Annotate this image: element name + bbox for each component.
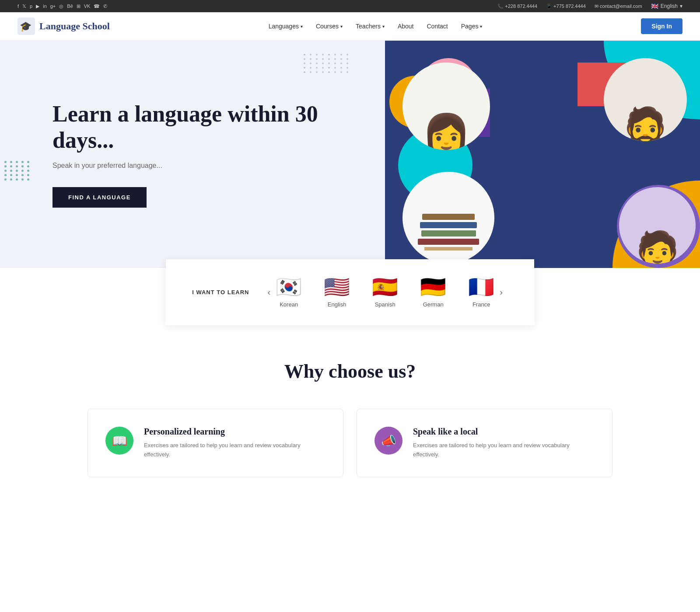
phone1: 📞 +228 872.4444 — [497, 3, 537, 9]
lang-dropdown-icon: ▾ — [680, 3, 682, 9]
korean-flag: 🇰🇷 — [276, 277, 302, 298]
lang-item-english[interactable]: 🇺🇸 English — [324, 277, 350, 308]
english-label: English — [328, 301, 346, 308]
english-flag: 🇺🇸 — [324, 277, 350, 298]
person-woman-circle: 👩 — [402, 63, 490, 150]
hero-visual: 👩 🧔 🧑 — [385, 41, 700, 268]
sign-in-button[interactable]: Sign In — [641, 18, 682, 34]
features-grid: 📖 Personalized learning Exercises are ta… — [88, 409, 612, 477]
feature-title-1: Personalized learning — [144, 427, 326, 437]
social-icons: f 𝕏 p ▶ in g+ ◎ Bē ⊞ VK ☎ ✆ — [18, 3, 107, 9]
hero-dots-decoration: // Will render via JS below — [304, 54, 350, 73]
feature-icon-speak: 📣 — [374, 427, 402, 455]
find-language-button[interactable]: FIND A LANGUAGE — [52, 187, 147, 208]
nav-teachers[interactable]: Teachers — [356, 23, 385, 30]
nav-about[interactable]: About — [398, 23, 414, 30]
spanish-flag: 🇪🇸 — [372, 277, 398, 298]
ms-icon[interactable]: ⊞ — [77, 3, 80, 9]
behance-icon[interactable]: Bē — [67, 3, 73, 9]
header: 🎓 Language School Languages Courses Teac… — [0, 12, 700, 41]
book-icon: 📖 — [112, 434, 127, 448]
lang-item-german[interactable]: 🇩🇪 German — [420, 277, 446, 308]
hero-title: Learn a language within 30 days... — [52, 101, 350, 153]
feature-card-1: 📖 Personalized learning Exercises are ta… — [88, 409, 343, 477]
korean-label: Korean — [280, 301, 298, 308]
languages-bar: I WANT TO LEARN ‹ 🇰🇷 Korean 🇺🇸 English 🇪… — [166, 259, 534, 325]
nav-courses[interactable]: Courses — [316, 23, 343, 30]
german-label: German — [423, 301, 444, 308]
languages-list: 🇰🇷 Korean 🇺🇸 English 🇪🇸 Spanish 🇩🇪 Germa… — [276, 277, 494, 308]
lang-next-button[interactable]: › — [494, 284, 508, 301]
hero-section: // Will render via JS below Learn a lang… — [0, 41, 700, 268]
logo[interactable]: 🎓 Language School — [18, 17, 110, 35]
lang-item-france[interactable]: 🇫🇷 France — [468, 277, 494, 308]
feature-title-2: Speak like a local — [413, 427, 595, 437]
nav-pages[interactable]: Pages — [461, 23, 483, 30]
logo-icon: 🎓 — [18, 17, 35, 35]
nav-languages[interactable]: Languages — [269, 23, 303, 30]
linkedin-icon[interactable]: in — [43, 3, 47, 9]
nav-contact[interactable]: Contact — [427, 23, 448, 30]
feature-icon-learning: 📖 — [105, 427, 133, 455]
top-bar: f 𝕏 p ▶ in g+ ◎ Bē ⊞ VK ☎ ✆ 📞 +228 872.4… — [0, 0, 700, 12]
phone2: 📱 +775 872.4444 — [546, 3, 586, 9]
social-links: f 𝕏 p ▶ in g+ ◎ Bē ⊞ VK ☎ ✆ — [18, 3, 107, 9]
main-nav: Languages Courses Teachers About Contact… — [269, 23, 483, 30]
languages-bar-wrapper: I WANT TO LEARN ‹ 🇰🇷 Korean 🇺🇸 English 🇪… — [0, 259, 700, 325]
lang-label: English — [661, 3, 678, 9]
why-title: Why choose us? — [52, 360, 648, 382]
vk-icon[interactable]: VK — [84, 3, 91, 9]
whatsapp-icon[interactable]: ✆ — [103, 3, 107, 9]
googleplus-icon[interactable]: g+ — [50, 3, 56, 9]
instagram-icon[interactable]: ◎ — [59, 3, 63, 9]
lang-flag: 🇬🇧 — [651, 3, 658, 10]
skype-icon[interactable]: ☎ — [94, 3, 100, 9]
lang-prev-button[interactable]: ‹ — [262, 284, 276, 301]
person-man2-circle: 🧑 — [619, 187, 696, 264]
top-bar-right: 📞 +228 872.4444 📱 +775 872.4444 ✉ contac… — [497, 3, 682, 10]
twitter-icon[interactable]: 𝕏 — [22, 3, 26, 9]
person-man1-circle: 🧔 — [604, 58, 687, 141]
svg-text:🎓: 🎓 — [20, 21, 32, 32]
logo-text: Language School — [39, 21, 110, 32]
feature-content-1: Personalized learning Exercises are tail… — [144, 427, 326, 459]
hero-subtitle: Speak in your preferred language... — [52, 162, 350, 170]
want-to-learn-label: I WANT TO LEARN — [192, 289, 249, 296]
facebook-icon[interactable]: f — [18, 3, 19, 9]
hero-wrapper: // Will render via JS below Learn a lang… — [0, 41, 700, 268]
france-label: France — [472, 301, 490, 308]
language-selector[interactable]: 🇬🇧 English ▾ — [651, 3, 682, 10]
pinterest-icon[interactable]: p — [30, 3, 32, 9]
why-section: Why choose us? 📖 Personalized learning E… — [0, 325, 700, 504]
lang-item-spanish[interactable]: 🇪🇸 Spanish — [372, 277, 398, 308]
feature-desc-2: Exercises are tailored to help you learn… — [413, 441, 595, 459]
feature-desc-1: Exercises are tailored to help you learn… — [144, 441, 326, 459]
contact-info: 📞 +228 872.4444 📱 +775 872.4444 ✉ contac… — [497, 3, 642, 9]
hero-content: // Will render via JS below Learn a lang… — [0, 41, 385, 268]
books-circle — [402, 172, 494, 264]
german-flag: 🇩🇪 — [420, 277, 446, 298]
feature-card-2: 📣 Speak like a local Exercises are tailo… — [357, 409, 612, 477]
lang-item-korean[interactable]: 🇰🇷 Korean — [276, 277, 302, 308]
spanish-label: Spanish — [375, 301, 396, 308]
france-flag: 🇫🇷 — [468, 277, 494, 298]
feature-content-2: Speak like a local Exercises are tailore… — [413, 427, 595, 459]
youtube-icon[interactable]: ▶ — [36, 3, 39, 9]
email: ✉ contact@email.com — [595, 3, 642, 9]
megaphone-icon: 📣 — [381, 434, 396, 448]
deco-dots-left — [4, 161, 31, 181]
